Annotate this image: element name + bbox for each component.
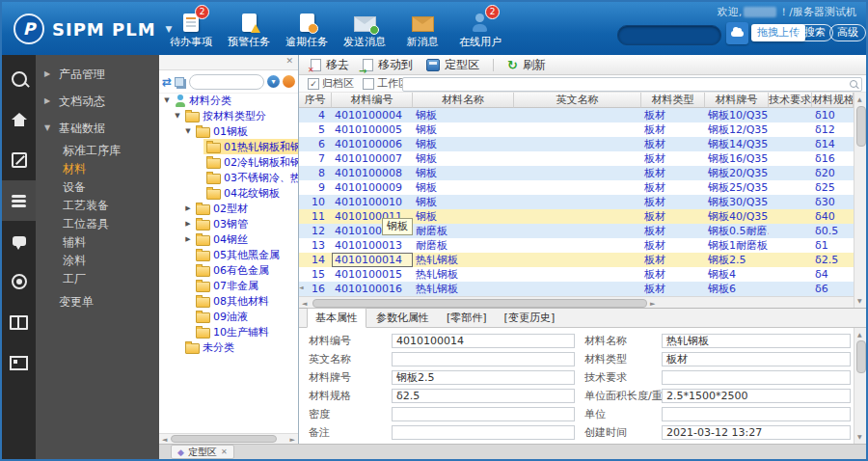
tree-refresh-icon[interactable]: ⇄ [162, 75, 172, 89]
menu-subitem-2-6[interactable]: 涂料 [36, 252, 159, 270]
menu-item-3[interactable]: 变更单 [36, 288, 159, 315]
cell[interactable]: 4010100009 [332, 180, 413, 195]
tab-2[interactable]: [零部件] [439, 309, 495, 327]
cell[interactable]: δ12 [812, 122, 854, 137]
cell[interactable]: 9 [299, 180, 332, 195]
cell[interactable]: δ20 [812, 166, 854, 180]
cell[interactable]: 钢板6 [705, 282, 769, 296]
cell[interactable]: δ10 [812, 108, 854, 122]
cell[interactable] [769, 151, 812, 166]
cell[interactable]: 板材 [641, 253, 705, 267]
cell[interactable]: 板材 [641, 180, 705, 195]
rail-item-edit[interactable] [2, 140, 36, 180]
column-header-5[interactable]: 材料牌号 [705, 93, 769, 108]
field-input-9[interactable] [662, 407, 851, 421]
cell[interactable]: 钢板40/Q35... [705, 209, 769, 224]
cell[interactable] [769, 195, 812, 209]
tab-dingxingqu[interactable]: ◆ 定型区 ✕ [171, 445, 234, 459]
cell[interactable] [769, 137, 812, 151]
tab-0[interactable]: 基本属性 [307, 308, 366, 328]
menu-item-1[interactable]: ▶文档动态 [36, 88, 159, 115]
search-button[interactable]: 搜索 [797, 24, 833, 41]
tree-locate-button[interactable]: ▾ [267, 75, 280, 88]
tree-node[interactable]: 未分类 [159, 339, 298, 355]
toolbar-refresh-button[interactable]: 刷新 [507, 57, 546, 73]
quicknav-overdue[interactable]: 逾期任务 [284, 10, 330, 49]
menu-subitem-2-2[interactable]: 设备 [36, 178, 159, 197]
tree-node[interactable]: 09油液 [159, 309, 298, 324]
cell[interactable]: 耐磨板 [413, 238, 514, 253]
app-logo[interactable]: P SIPM PLM ▼ [14, 14, 173, 44]
cell[interactable] [769, 180, 812, 195]
cell[interactable]: 板材 [641, 166, 705, 180]
rail-item-database[interactable] [2, 180, 36, 221]
cell[interactable]: 热轧钢板 [413, 282, 514, 296]
cell[interactable]: 5 [299, 122, 332, 137]
cell[interactable]: δ25 [812, 180, 854, 195]
cell[interactable]: 钢板16/Q35... [705, 151, 769, 166]
cell[interactable]: 4010100008 [332, 166, 413, 180]
field-input-5[interactable] [662, 370, 851, 385]
close-tab-icon[interactable]: ✕ [221, 447, 228, 456]
table-vscrollbar[interactable]: ▲ ▼ [854, 93, 866, 308]
cell[interactable]: 4010100014 [332, 253, 413, 267]
menu-subitem-2-7[interactable]: 工厂 [36, 270, 159, 288]
cell[interactable]: δ30 [812, 195, 854, 209]
rail-item-card[interactable] [2, 342, 36, 383]
cell[interactable]: δ4 [812, 267, 854, 282]
cell[interactable]: 10 [299, 195, 332, 209]
cell[interactable]: 板材 [641, 224, 705, 238]
cell[interactable]: 8 [299, 166, 332, 180]
quicknav-inbox[interactable]: 新消息 [399, 10, 446, 49]
scroll-thumb[interactable] [856, 340, 866, 373]
column-header-4[interactable]: 材料类型 [641, 93, 705, 108]
cell[interactable] [769, 282, 812, 296]
cell[interactable] [769, 267, 812, 282]
cell[interactable]: δ6 [812, 282, 854, 296]
menu-subitem-2-4[interactable]: 工位器具 [36, 215, 159, 233]
splitter-collapse-icon[interactable]: ◄ [299, 280, 307, 295]
cell[interactable]: 4010100010 [332, 195, 413, 209]
cell[interactable] [514, 224, 641, 238]
cell[interactable]: δ2.5 [812, 253, 854, 267]
column-header-6[interactable]: 技术要求 [769, 93, 812, 108]
cell[interactable]: 4010100007 [332, 151, 413, 166]
filter-checkbox-0[interactable]: ✓归档区 [308, 76, 354, 91]
cell[interactable]: 7 [299, 151, 332, 166]
cell[interactable]: 板材 [641, 151, 705, 166]
table-search-input[interactable] [402, 77, 862, 92]
cell[interactable]: 钢板14/Q35... [705, 137, 769, 151]
field-input-3[interactable]: 板材 [662, 352, 851, 366]
table-row[interactable]: 164010100016热轧钢板板材钢板6δ6 [299, 282, 854, 296]
cell[interactable]: 板材 [641, 267, 705, 282]
cell[interactable]: 钢板0.5耐磨... [705, 224, 769, 238]
field-input-8[interactable] [392, 407, 575, 421]
cell[interactable]: 热轧钢板 [413, 253, 514, 267]
cell[interactable]: 钢板25/Q35... [705, 180, 769, 195]
tree-node[interactable]: 01热轧钢板和钢带 [159, 139, 298, 154]
menu-item-2[interactable]: ▼基础数据 [36, 115, 159, 142]
advanced-search-button[interactable]: 高级 [829, 24, 866, 41]
cell[interactable]: 14 [299, 253, 332, 267]
cell[interactable]: 4010100006 [332, 137, 413, 151]
table-row[interactable]: 154010100015热轧钢板板材钢板4δ4 [299, 267, 854, 282]
cell[interactable]: 4010100004 [332, 108, 413, 122]
column-header-3[interactable]: 英文名称 [514, 93, 641, 108]
cell[interactable]: 钢板 [413, 108, 514, 122]
menu-subitem-2-3[interactable]: 工艺装备 [36, 197, 159, 215]
tree-node[interactable]: ▼材料分类 [159, 93, 298, 108]
tree-node[interactable]: 08其他材料 [159, 293, 298, 309]
column-header-1[interactable]: 材料编号 [332, 93, 413, 108]
cell[interactable] [769, 122, 812, 137]
tree-node[interactable]: 03不锈钢冷、热轧钢板 [159, 170, 298, 185]
field-input-1[interactable]: 热轧钢板 [662, 334, 851, 348]
cell[interactable]: 板材 [641, 137, 705, 151]
tree-node[interactable]: ▶02型材 [159, 201, 298, 216]
cell[interactable]: 6 [299, 137, 332, 151]
cell[interactable]: δ0.5 [812, 224, 854, 238]
scroll-down-icon[interactable]: ▼ [857, 296, 862, 306]
column-header-7[interactable]: 材料规格 [812, 93, 854, 108]
column-header-2[interactable]: 材料名称 [413, 93, 514, 108]
tree-expander-icon[interactable]: ▼ [173, 112, 182, 120]
cell[interactable]: 板材 [641, 108, 705, 122]
